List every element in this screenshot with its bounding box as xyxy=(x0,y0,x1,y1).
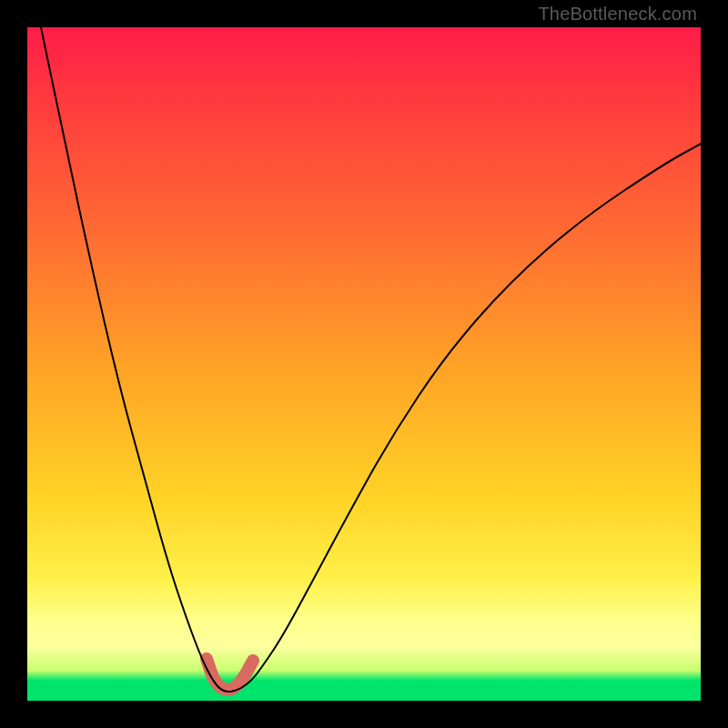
bottleneck-curve xyxy=(41,27,701,692)
plot-area xyxy=(27,27,701,701)
curve-layer xyxy=(27,27,701,701)
watermark-label: TheBottleneck.com xyxy=(538,4,697,25)
